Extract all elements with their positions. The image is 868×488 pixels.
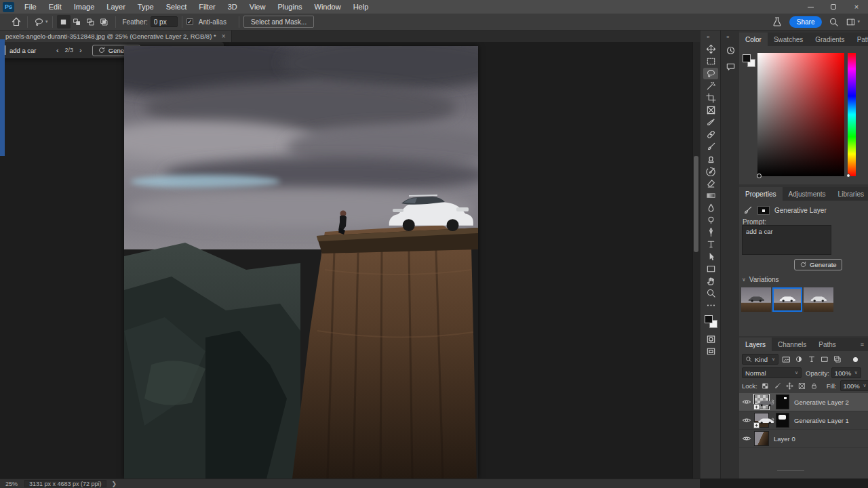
filter-toggle-icon[interactable] — [853, 357, 858, 362]
tab-color[interactable]: Color — [739, 33, 768, 46]
next-variation-button[interactable]: › — [75, 46, 87, 54]
lock-all-icon[interactable] — [809, 381, 820, 391]
variation-thumbnail-2-selected[interactable] — [772, 287, 802, 312]
tool-path-select[interactable] — [703, 251, 718, 262]
add-selection-mode-button[interactable] — [71, 15, 84, 28]
blend-mode-dropdown[interactable]: Normal ∨ — [742, 367, 802, 378]
tool-frame[interactable] — [703, 104, 718, 116]
close-tab-icon[interactable]: × — [222, 33, 226, 40]
menu-select[interactable]: Select — [160, 0, 193, 14]
new-selection-mode-button[interactable] — [57, 15, 71, 28]
chevron-down-icon[interactable]: ▾ — [857, 19, 860, 24]
tool-type[interactable] — [703, 239, 718, 250]
search-icon[interactable] — [829, 17, 839, 27]
layer-thumbnail[interactable] — [754, 394, 769, 409]
layer-row-layer-0[interactable]: Layer 0 — [739, 430, 868, 448]
collapse-toolbar-icon[interactable]: « — [707, 32, 709, 40]
menu-edit[interactable]: Edit — [43, 0, 68, 14]
visibility-eye-icon[interactable] — [739, 415, 754, 425]
status-chevron-icon[interactable]: ❯ — [112, 481, 117, 487]
tool-gradient[interactable] — [703, 190, 718, 201]
intersect-selection-mode-button[interactable] — [98, 15, 111, 28]
tool-crop[interactable] — [703, 92, 718, 104]
menu-3d[interactable]: 3D — [222, 0, 243, 14]
tool-clone-stamp[interactable] — [703, 153, 718, 165]
tool-blur[interactable] — [703, 202, 718, 214]
menu-view[interactable]: View — [243, 0, 272, 14]
prompt-textarea[interactable]: add a car — [742, 225, 831, 255]
layer-name[interactable]: Generative Layer 2 — [794, 399, 849, 406]
previous-variation-button[interactable]: ‹ — [52, 46, 64, 54]
menu-type[interactable]: Type — [132, 0, 160, 14]
close-button[interactable]: × — [845, 0, 868, 14]
tool-brush[interactable] — [703, 141, 718, 152]
taskbar-prompt-input[interactable] — [9, 47, 52, 54]
layer-filter-type-dropdown[interactable]: Kind ∨ — [742, 354, 778, 365]
variation-thumbnail-3[interactable] — [804, 287, 833, 312]
tool-eyedropper[interactable] — [703, 117, 718, 128]
photoshop-logo[interactable]: Ps — [3, 2, 14, 12]
comments-icon[interactable] — [724, 60, 736, 73]
tool-lasso[interactable] — [703, 68, 718, 79]
tab-channels[interactable]: Channels — [772, 338, 812, 351]
layer-row-generative-layer-1[interactable]: Generative Layer 1 — [739, 411, 868, 430]
tab-swatches[interactable]: Swatches — [768, 33, 809, 46]
saturation-brightness-field[interactable] — [757, 53, 844, 176]
canvas-vertical-scrollbar-track[interactable] — [692, 42, 700, 479]
workspace-switcher-icon[interactable] — [846, 17, 856, 27]
layer-row-generative-layer-2[interactable]: Generative Layer 2 — [739, 393, 868, 411]
collapse-dock-icon[interactable]: « — [726, 32, 728, 40]
share-button[interactable]: Share — [789, 16, 823, 28]
filter-smart-objects-icon[interactable] — [832, 354, 843, 365]
tool-move[interactable] — [703, 43, 718, 55]
canvas-image[interactable] — [124, 46, 478, 479]
feather-input[interactable] — [151, 16, 178, 27]
quick-mask-mode-button[interactable] — [703, 333, 718, 345]
anti-alias-checkbox[interactable]: ✓ — [186, 18, 193, 25]
tab-patterns[interactable]: Patterns — [851, 33, 868, 46]
canvas-vertical-scrollbar-thumb[interactable] — [694, 156, 698, 252]
layer-name[interactable]: Generative Layer 1 — [794, 417, 849, 424]
menu-filter[interactable]: Filter — [193, 0, 221, 14]
chevron-down-icon[interactable]: ▾ — [45, 19, 48, 24]
visibility-eye-icon[interactable] — [739, 397, 754, 407]
panel-menu-icon[interactable]: ≡ — [861, 338, 868, 351]
lock-position-icon[interactable] — [785, 381, 795, 391]
document-tab[interactable]: pexels-angelo-duranti-3512848.jpg @ 25% … — [0, 30, 232, 42]
tool-hand[interactable] — [703, 275, 718, 287]
tool-object-selection[interactable] — [703, 80, 718, 92]
layer-thumbnail[interactable] — [754, 413, 769, 428]
tab-paths[interactable]: Paths — [812, 338, 842, 351]
menu-plugins[interactable]: Plugins — [271, 0, 308, 14]
hue-slider[interactable] — [848, 53, 856, 176]
filter-shape-layers-icon[interactable] — [819, 354, 830, 365]
lasso-tool-preset-icon[interactable] — [32, 15, 45, 28]
tab-libraries[interactable]: Libraries — [832, 187, 868, 201]
menu-window[interactable]: Window — [309, 0, 347, 14]
maximize-button[interactable] — [822, 0, 845, 14]
layer-mask-thumbnail[interactable] — [776, 394, 789, 409]
tool-history-brush[interactable] — [703, 165, 718, 177]
layer-thumbnail[interactable] — [754, 431, 769, 446]
variations-header[interactable]: ∨ Variations — [742, 276, 779, 283]
tab-adjustments[interactable]: Adjustments — [783, 187, 832, 201]
home-button[interactable] — [9, 15, 23, 28]
tool-zoom[interactable] — [703, 287, 718, 299]
panel-resize-gripper[interactable] — [777, 470, 804, 471]
foreground-color-swatch[interactable] — [705, 315, 713, 323]
menu-layer[interactable]: Layer — [100, 0, 132, 14]
filter-pixel-layers-icon[interactable] — [781, 354, 791, 365]
canvas-pasteboard[interactable]: ‹ 2/3 › Generate ••• — [0, 42, 700, 479]
filter-adjustment-layers-icon[interactable] — [793, 354, 804, 365]
hue-slider-selector[interactable] — [846, 174, 850, 178]
properties-generate-button[interactable]: Generate — [794, 259, 842, 270]
select-and-mask-button[interactable]: Select and Mask... — [243, 16, 314, 28]
foreground-color-swatch[interactable] — [743, 54, 751, 62]
tool-healing-brush[interactable] — [703, 129, 718, 140]
subtract-selection-mode-button[interactable] — [84, 15, 98, 28]
lock-transparency-icon[interactable] — [760, 381, 771, 391]
menu-help[interactable]: Help — [347, 0, 375, 14]
screen-mode-button[interactable] — [703, 346, 718, 357]
filter-type-layers-icon[interactable] — [806, 354, 817, 365]
tab-properties[interactable]: Properties — [739, 187, 783, 201]
